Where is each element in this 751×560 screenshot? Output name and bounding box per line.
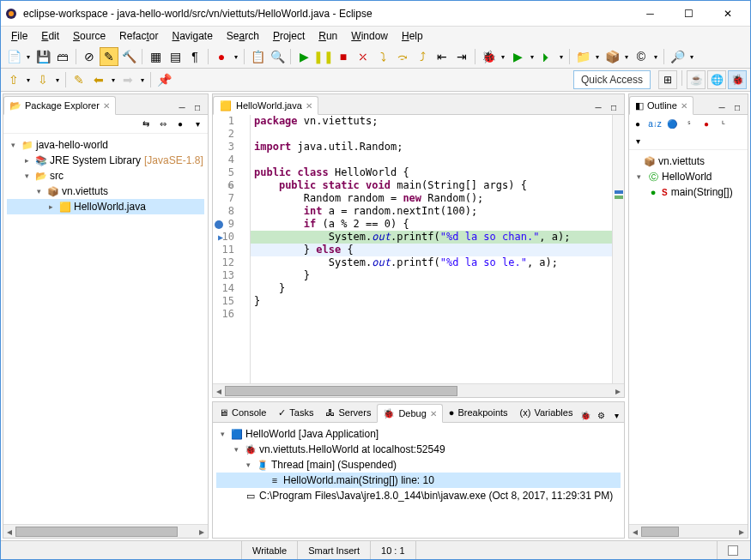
highlight-button[interactable]: ✎ xyxy=(100,47,118,66)
last-edit-button[interactable]: ✎ xyxy=(70,70,88,89)
close-button[interactable]: ✕ xyxy=(708,2,747,26)
build-button[interactable]: 🔨 xyxy=(119,47,138,66)
open-perspective-button[interactable]: ⊞ xyxy=(658,70,677,89)
save-all-button[interactable]: 🗃 xyxy=(53,47,72,66)
run-button[interactable]: ▶ xyxy=(508,47,527,66)
scrollbar-horizontal[interactable]: ◂▸ xyxy=(3,524,208,538)
debug-vm-node[interactable]: ▸ ▭ C:\Program Files\Java\jre1.8.0_144\b… xyxy=(216,488,621,503)
terminate-button[interactable]: ■ xyxy=(334,47,353,66)
toggle-mark-button[interactable]: ▦ xyxy=(146,47,165,66)
focus-task-button[interactable]: ● xyxy=(173,117,187,131)
disconnect-button[interactable]: ⤫ xyxy=(354,47,372,66)
step-filters-button[interactable]: ⇥ xyxy=(452,47,471,66)
tab-console[interactable]: 🖥Console xyxy=(213,403,272,422)
step-into-button[interactable]: ⤵ xyxy=(373,47,392,66)
hide-fields-button[interactable]: 🔵 xyxy=(665,117,679,130)
hide-nonpublic-button[interactable]: ● xyxy=(700,117,713,130)
menu-search[interactable]: Search xyxy=(220,28,266,44)
open-task-button[interactable]: 🔍 xyxy=(268,47,287,66)
maximize-button[interactable]: ☐ xyxy=(669,2,708,26)
next-annotation-button[interactable]: ⇩ xyxy=(33,70,52,89)
toggle-breadcrumb-button[interactable]: ● xyxy=(212,47,231,66)
step-return-button[interactable]: ⤴ xyxy=(413,47,432,66)
remove-terminated-button[interactable]: 🐞 xyxy=(578,408,592,422)
drop-to-frame-button[interactable]: ⇤ xyxy=(433,47,451,66)
minimize-view-button[interactable]: ─ xyxy=(175,100,189,114)
javaee-perspective-button[interactable]: 🌐 xyxy=(707,70,726,89)
minimize-view-button[interactable]: ─ xyxy=(715,100,729,114)
tab-servers[interactable]: 🖧Servers xyxy=(319,403,377,422)
quick-access[interactable]: Quick Access xyxy=(573,70,651,89)
back-button[interactable]: ⬅ xyxy=(89,70,108,89)
editor-body[interactable]: 123456⊟78910▶111213141516 package vn.vie… xyxy=(213,115,624,383)
open-type-button[interactable]: 📋 xyxy=(248,47,267,66)
expand-arrow-icon[interactable]: ▾ xyxy=(7,141,19,149)
new-dropdown[interactable]: ▾ xyxy=(24,53,33,61)
status-cursor-position[interactable]: 10 : 1 xyxy=(370,541,415,559)
menu-file[interactable]: File xyxy=(4,28,34,44)
pin-editor-button[interactable]: 📌 xyxy=(154,70,173,89)
hide-local-button[interactable]: ᴸ xyxy=(717,117,730,130)
menu-source[interactable]: Source xyxy=(66,28,112,44)
expand-arrow-icon[interactable]: ▸ xyxy=(21,156,33,165)
forward-button[interactable]: ➡ xyxy=(118,70,137,89)
suspend-button[interactable]: ❚❚ xyxy=(314,47,333,66)
debug-button[interactable]: 🐞 xyxy=(479,47,498,66)
focus-button[interactable]: ● xyxy=(631,117,645,130)
tab-variables[interactable]: (x)Variables xyxy=(514,403,579,422)
outline-class-node[interactable]: ▾ Ⓒ HelloWorld xyxy=(633,169,744,184)
status-insert-mode[interactable]: Smart Insert xyxy=(297,541,370,559)
debug-process-node[interactable]: ▾ 🐞 vn.viettuts.HelloWorld at localhost:… xyxy=(216,442,621,457)
new-java-project-button[interactable]: 📁 xyxy=(573,47,592,66)
link-editor-button[interactable]: ⇔ xyxy=(156,117,170,131)
close-icon[interactable]: ✕ xyxy=(103,101,110,111)
jre-node[interactable]: ▸ 📚 JRE System Library [JavaSE-1.8] xyxy=(7,153,204,168)
expand-arrow-icon[interactable]: ▾ xyxy=(21,172,33,180)
tab-debug[interactable]: 🐞Debug✕ xyxy=(377,404,442,423)
maximize-view-button[interactable]: □ xyxy=(607,100,621,114)
view-menu-button[interactable]: ▾ xyxy=(191,117,204,131)
hide-static-button[interactable]: ˢ xyxy=(682,117,696,130)
maximize-view-button[interactable]: □ xyxy=(730,100,744,114)
debug-frame-node[interactable]: ▸ ≡ HelloWorld.main(String[]) line: 10 xyxy=(216,473,621,488)
skip-breakpoints-button[interactable]: ⊘ xyxy=(80,47,99,66)
close-icon[interactable]: ✕ xyxy=(681,101,687,111)
new-button[interactable]: 📄 xyxy=(4,47,23,66)
project-node[interactable]: ▾ 📁 java-hello-world xyxy=(7,137,204,153)
outline-package-node[interactable]: 📦 vn.viettuts xyxy=(633,154,744,169)
code-area[interactable]: package vn.viettuts;import java.util.Ran… xyxy=(251,115,612,383)
outline-method-node[interactable]: ● S main(String[]) xyxy=(633,184,744,200)
view-menu-button[interactable]: ⚙ xyxy=(594,408,608,422)
menu-edit[interactable]: Edit xyxy=(34,28,66,44)
file-node[interactable]: ▸ 🟨 HelloWorld.java xyxy=(7,199,204,214)
minimize-view-button[interactable]: ─ xyxy=(591,100,605,114)
outline-tab[interactable]: ◧ Outline ✕ xyxy=(629,96,693,115)
close-icon[interactable]: ✕ xyxy=(306,101,312,111)
search-button[interactable]: 🔎 xyxy=(668,47,687,66)
overview-ruler[interactable] xyxy=(612,115,624,383)
debug-perspective-button[interactable]: 🐞 xyxy=(728,70,747,89)
tab-breakpoints[interactable]: ●Breakpoints xyxy=(443,403,514,422)
new-class-button[interactable]: © xyxy=(632,47,651,66)
src-node[interactable]: ▾ 📂 src xyxy=(7,168,204,184)
menu-refactor[interactable]: Refactor xyxy=(112,28,165,44)
debug-thread-node[interactable]: ▾ 🧵 Thread [main] (Suspended) xyxy=(216,457,621,473)
run-last-button[interactable]: ⏵ xyxy=(537,47,556,66)
minimize-button[interactable]: ─ xyxy=(631,2,669,26)
expand-arrow-icon[interactable]: ▾ xyxy=(33,187,45,196)
show-whitespace-button[interactable]: ¶ xyxy=(185,47,204,66)
collapse-all-button[interactable]: ⇆ xyxy=(139,117,153,131)
sort-button[interactable]: a↓z xyxy=(648,117,662,130)
new-package-button[interactable]: 📦 xyxy=(603,47,621,66)
save-button[interactable]: 💾 xyxy=(33,47,52,66)
step-over-button[interactable]: ⤼ xyxy=(393,47,412,66)
gutter[interactable]: 123456⊟78910▶111213141516 xyxy=(213,115,251,383)
debug-app-node[interactable]: ▾ 🟦 HelloWorld [Java Application] xyxy=(216,426,621,442)
editor-scrollbar[interactable]: ◂▸ xyxy=(213,383,624,397)
menu-navigate[interactable]: Navigate xyxy=(165,28,219,44)
prev-annotation-button[interactable]: ⇧ xyxy=(4,70,23,89)
menu-run[interactable]: Run xyxy=(312,28,344,44)
resume-button[interactable]: ▶ xyxy=(294,47,313,66)
outline-scrollbar[interactable]: ◂▸ xyxy=(629,524,748,538)
status-writable[interactable]: Writable xyxy=(241,541,297,559)
